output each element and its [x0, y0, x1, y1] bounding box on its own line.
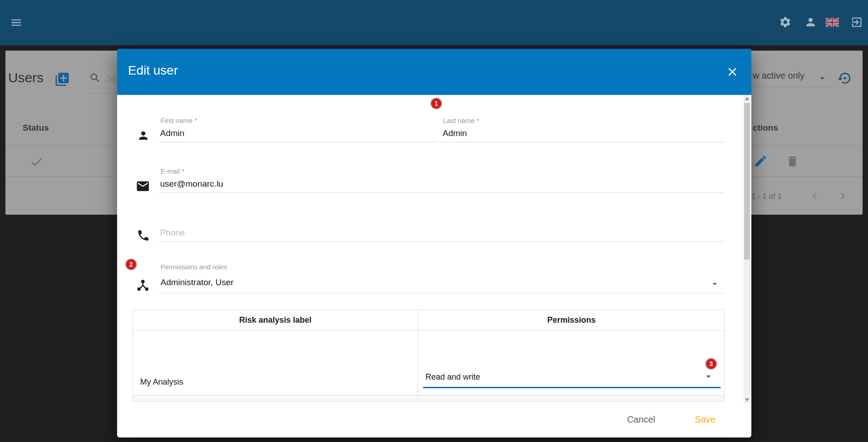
pencil-icon	[754, 154, 768, 168]
library-add-icon	[54, 71, 70, 87]
cancel-button[interactable]: Cancel	[620, 411, 662, 428]
chevron-down-icon	[703, 371, 714, 382]
restore-history-icon	[838, 71, 852, 85]
pagination-range: 1 - 1 of 1	[751, 192, 782, 201]
uk-flag-icon	[826, 18, 839, 27]
close-dialog-button[interactable]	[726, 65, 739, 79]
close-icon	[726, 65, 739, 79]
first-name-label: First name *	[160, 117, 197, 124]
app-top-bar	[0, 0, 868, 45]
scrollbar-thumb[interactable]	[744, 103, 750, 259]
edit-user-row-button[interactable]	[754, 154, 768, 168]
dialog-title: Edit user	[128, 63, 178, 78]
roles-label: Permissions and roles	[160, 263, 227, 271]
dialog-header: Edit user	[117, 49, 751, 95]
column-header-risk-analysis-label: Risk analysis label	[133, 310, 418, 330]
search-placeholder-partial[interactable]: Se	[106, 74, 116, 84]
exit-logout-icon	[850, 16, 863, 28]
gear-icon	[779, 16, 792, 28]
dialog-scroll-area: 1 First name * Last name * E-mail * 2	[117, 95, 751, 404]
status-check-icon	[29, 155, 44, 169]
roles-select[interactable]: Administrator, User	[159, 275, 724, 293]
search-icon[interactable]	[89, 72, 101, 84]
scrollbar-down-arrow[interactable]	[745, 398, 749, 402]
scrollbar-up-arrow[interactable]	[745, 97, 749, 100]
pagination-next-button[interactable]	[836, 189, 849, 202]
table-row-partial	[133, 395, 724, 401]
dialog-scrollbar[interactable]	[744, 95, 750, 404]
filter-underline	[750, 87, 833, 87]
table-row: My Analysis 3 Read and write	[133, 331, 724, 395]
trash-icon	[786, 155, 799, 168]
chevron-right-icon	[836, 189, 849, 202]
settings-button[interactable]	[779, 16, 792, 28]
analysis-label-cell: My Analysis	[140, 377, 183, 387]
save-button[interactable]: Save	[688, 411, 723, 428]
chevron-down-icon	[709, 278, 720, 289]
person-field-icon	[137, 129, 150, 142]
last-name-label: Last name *	[443, 117, 479, 124]
show-active-only-filter-partial[interactable]: w active only	[753, 71, 805, 81]
annotation-badge-1: 1	[430, 98, 442, 109]
roles-hub-icon	[136, 278, 150, 292]
edit-user-dialog: Edit user 1 First name * Last name * E-m…	[117, 49, 751, 437]
actions-column-header-partial: ctions	[753, 123, 778, 133]
chevron-left-icon	[808, 189, 821, 202]
email-field-icon	[136, 179, 150, 193]
email-label: E-mail *	[160, 167, 184, 175]
email-input[interactable]	[159, 179, 725, 193]
divider	[418, 331, 418, 395]
page-title: Users	[8, 70, 43, 85]
phone-input[interactable]	[159, 228, 725, 242]
phone-field-icon	[137, 229, 150, 242]
reset-filter-button[interactable]	[838, 71, 852, 85]
logout-button[interactable]	[850, 16, 863, 28]
annotation-badge-3: 3	[705, 358, 717, 370]
permission-select[interactable]: Read and write	[423, 369, 721, 390]
person-icon	[804, 16, 817, 28]
language-flag-uk[interactable]	[826, 18, 839, 27]
column-header-permissions: Permissions	[418, 310, 725, 330]
user-account-button[interactable]	[804, 16, 817, 28]
status-column-header: Status	[23, 123, 49, 133]
last-name-input[interactable]	[442, 128, 725, 142]
search-underline	[89, 93, 118, 94]
first-name-input[interactable]	[159, 128, 438, 142]
permission-select-value: Read and write	[425, 372, 480, 382]
delete-user-row-button[interactable]	[786, 155, 799, 168]
menu-button[interactable]	[10, 16, 23, 29]
hamburger-menu-icon	[10, 16, 23, 29]
filter-dropdown-caret-icon[interactable]	[816, 72, 828, 84]
pagination-prev-button[interactable]	[808, 189, 821, 202]
add-user-button[interactable]	[54, 71, 70, 87]
dialog-footer: Cancel Save	[117, 404, 751, 437]
screen: Users Se Status ctions 1 - 1 of	[0, 0, 868, 442]
annotation-badge-2: 2	[125, 259, 137, 270]
focused-select-underline	[423, 387, 721, 388]
analysis-permissions-table: Risk analysis label Permissions My Analy…	[132, 310, 725, 402]
roles-select-value: Administrator, User	[160, 277, 234, 287]
